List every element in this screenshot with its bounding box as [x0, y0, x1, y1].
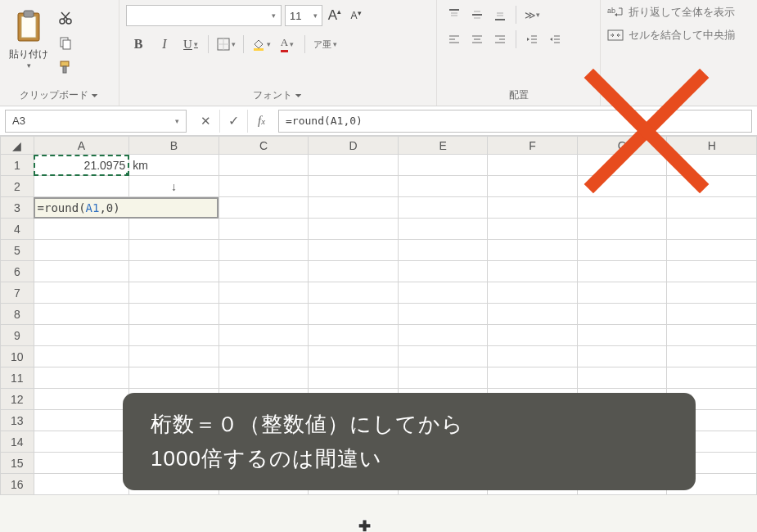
cell[interactable] — [309, 304, 399, 325]
row-header[interactable]: 5 — [1, 240, 34, 261]
row-header[interactable]: 9 — [1, 325, 34, 346]
cell[interactable] — [577, 176, 667, 197]
cell[interactable] — [219, 240, 309, 261]
cell[interactable] — [398, 346, 488, 367]
cell[interactable] — [34, 219, 129, 240]
align-left-button[interactable] — [444, 29, 465, 49]
row-header[interactable]: 6 — [1, 261, 34, 282]
cell[interactable] — [219, 197, 309, 219]
cell[interactable] — [667, 240, 757, 261]
cell[interactable] — [219, 346, 309, 367]
cell[interactable] — [398, 325, 488, 346]
column-header[interactable]: E — [398, 137, 488, 155]
cell[interactable] — [309, 346, 399, 367]
column-header[interactable]: B — [129, 137, 219, 155]
paste-button[interactable]: 貼り付け ▾ — [7, 5, 51, 79]
cell[interactable] — [219, 304, 309, 325]
cell[interactable] — [667, 325, 757, 346]
cell[interactable] — [488, 325, 578, 346]
underline-button[interactable]: U▾ — [178, 33, 203, 56]
cell[interactable] — [398, 304, 488, 325]
cell[interactable] — [488, 367, 578, 389]
cell[interactable] — [488, 261, 578, 282]
row-header[interactable]: 4 — [1, 219, 34, 240]
cell[interactable] — [398, 261, 488, 282]
cell[interactable] — [34, 389, 129, 410]
cell[interactable] — [219, 219, 309, 240]
cell[interactable] — [34, 304, 129, 325]
row-header[interactable]: 1 — [1, 155, 34, 176]
cell[interactable] — [667, 155, 757, 176]
cell[interactable] — [129, 282, 219, 304]
cell[interactable] — [34, 176, 129, 197]
cell[interactable] — [667, 282, 757, 304]
increase-font-button[interactable]: A▴ — [326, 7, 344, 25]
cell[interactable] — [577, 261, 667, 282]
cell[interactable] — [398, 155, 488, 176]
cell[interactable] — [667, 304, 757, 325]
cut-button[interactable] — [56, 10, 75, 26]
cell[interactable] — [219, 282, 309, 304]
cell[interactable] — [34, 367, 129, 389]
cell[interactable] — [488, 155, 578, 176]
cell[interactable] — [309, 219, 399, 240]
cell[interactable] — [309, 197, 399, 219]
cell[interactable] — [34, 325, 129, 346]
align-top-button[interactable] — [444, 5, 465, 25]
cell[interactable] — [577, 346, 667, 367]
cell[interactable] — [309, 240, 399, 261]
cell[interactable] — [129, 219, 219, 240]
cell[interactable] — [577, 367, 667, 389]
cell[interactable] — [129, 240, 219, 261]
cell[interactable] — [219, 367, 309, 389]
italic-button[interactable]: I — [152, 33, 177, 56]
cell[interactable] — [309, 325, 399, 346]
cell-B1[interactable]: km — [129, 155, 219, 176]
cell[interactable] — [309, 176, 399, 197]
cell-A1[interactable]: 21.0975 — [34, 155, 129, 176]
cell[interactable] — [34, 240, 129, 261]
cell-B2[interactable]: ↓ — [129, 176, 219, 197]
phonetic-button[interactable]: ア亜▾ — [310, 33, 340, 56]
cell[interactable] — [129, 304, 219, 325]
cell[interactable] — [34, 410, 129, 431]
cell[interactable] — [34, 261, 129, 282]
merge-center-button[interactable]: セルを結合して中央揃 — [607, 28, 750, 43]
font-size-select[interactable]: 11 ▾ — [285, 5, 322, 26]
align-bottom-button[interactable] — [489, 5, 511, 25]
column-header[interactable]: D — [309, 137, 399, 155]
cell[interactable] — [34, 282, 129, 304]
cell[interactable] — [667, 367, 757, 389]
row-header[interactable]: 7 — [1, 282, 34, 304]
cell[interactable] — [129, 325, 219, 346]
cell[interactable] — [309, 261, 399, 282]
row-header[interactable]: 3 — [1, 197, 34, 219]
cell[interactable] — [34, 346, 129, 367]
row-header[interactable]: 11 — [1, 367, 34, 389]
cell[interactable] — [219, 155, 309, 176]
cell[interactable] — [398, 197, 488, 219]
cell[interactable] — [129, 261, 219, 282]
bold-button[interactable]: B — [126, 33, 151, 56]
cell[interactable] — [488, 346, 578, 367]
cell[interactable] — [398, 176, 488, 197]
cell[interactable] — [219, 325, 309, 346]
row-header[interactable]: 8 — [1, 304, 34, 325]
font-name-select[interactable]: ▾ — [126, 5, 282, 26]
cell[interactable] — [667, 176, 757, 197]
cell[interactable] — [577, 155, 667, 176]
cell[interactable] — [398, 367, 488, 389]
row-header[interactable]: 10 — [1, 346, 34, 367]
cell[interactable] — [34, 453, 129, 474]
name-box[interactable]: A3 ▾ — [5, 110, 187, 133]
cell[interactable] — [488, 282, 578, 304]
cell[interactable] — [488, 219, 578, 240]
row-header[interactable]: 13 — [1, 410, 34, 431]
cell[interactable] — [577, 240, 667, 261]
row-header[interactable]: 2 — [1, 176, 34, 197]
cell[interactable] — [34, 431, 129, 453]
wrap-text-button[interactable]: ab 折り返して全体を表示 — [607, 5, 750, 20]
cell[interactable] — [219, 261, 309, 282]
formula-cancel-button[interactable]: ✕ — [192, 110, 219, 133]
align-middle-button[interactable] — [466, 5, 488, 25]
